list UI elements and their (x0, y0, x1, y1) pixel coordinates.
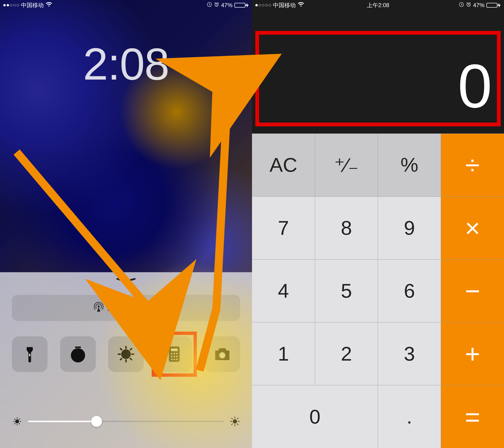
key-6[interactable]: 6 (378, 259, 441, 322)
svg-point-18 (219, 352, 226, 359)
brightness-slider-row (12, 416, 240, 427)
battery-pct-label: 47% (221, 2, 233, 9)
key-2[interactable]: 2 (315, 322, 378, 385)
wifi-icon (298, 2, 304, 9)
airdrop-button[interactable]: AirDrop 共享 (12, 295, 240, 321)
signal-dots (255, 4, 271, 6)
svg-point-3 (98, 306, 99, 307)
key-subtract[interactable]: − (441, 259, 504, 322)
key-equals[interactable]: = (441, 385, 504, 448)
alarm-icon (466, 2, 471, 9)
wifi-icon (46, 2, 52, 9)
brightness-low-icon (12, 416, 22, 427)
flashlight-button[interactable] (12, 336, 48, 372)
rotation-lock-icon (207, 2, 212, 9)
battery-icon (486, 3, 501, 8)
lockscreen-clock: 2:08 (83, 38, 169, 90)
key-divide[interactable]: ÷ (441, 134, 504, 196)
key-add[interactable]: + (441, 322, 504, 385)
shortcuts-row (12, 336, 240, 372)
key-0[interactable]: 0 (252, 385, 378, 448)
svg-point-19 (16, 420, 19, 423)
alarm-icon (214, 2, 219, 9)
carrier-label: 中国移动 (21, 1, 44, 9)
camera-button[interactable] (204, 336, 240, 372)
svg-point-1 (209, 4, 210, 5)
calc-display-value: 0 (458, 51, 492, 122)
carrier-label: 中国移动 (273, 1, 296, 9)
key-3[interactable]: 3 (378, 322, 441, 385)
battery-icon (234, 3, 249, 8)
brightness-slider[interactable] (28, 421, 224, 422)
calc-keypad: AC ⁺∕₋ % ÷ 7 8 9 × 4 5 6 − 1 2 3 + 0 . = (252, 134, 504, 448)
key-sign[interactable]: ⁺∕₋ (315, 134, 378, 196)
key-9[interactable]: 9 (378, 196, 441, 259)
nightshift-button[interactable] (108, 336, 144, 372)
airdrop-icon (93, 301, 104, 315)
key-7[interactable]: 7 (252, 196, 315, 259)
svg-rect-4 (29, 354, 30, 357)
key-8[interactable]: 8 (315, 196, 378, 259)
control-center-panel: AirDrop 共享 (0, 272, 252, 448)
rotation-lock-icon (459, 2, 464, 9)
calculator-pane: 中国移动 上午2:08 47% (252, 0, 504, 448)
signal-dots (3, 4, 19, 6)
status-bar-right: 中国移动 上午2:08 47% (252, 0, 504, 10)
key-4[interactable]: 4 (252, 259, 315, 322)
key-multiply[interactable]: × (441, 196, 504, 259)
annotation-highlight-calc (152, 332, 197, 377)
key-5[interactable]: 5 (315, 259, 378, 322)
status-bar-left: 中国移动 47% (0, 0, 252, 10)
lockscreen-pane: 中国移动 47% 2:08 (0, 0, 252, 448)
svg-point-22 (461, 4, 462, 5)
airdrop-label: AirDrop 共享 (108, 302, 159, 314)
battery-pct-label: 47% (473, 2, 485, 9)
key-1[interactable]: 1 (252, 322, 315, 385)
key-decimal[interactable]: . (378, 385, 441, 448)
calc-display-area: 0 (252, 0, 504, 134)
brightness-high-icon (230, 416, 240, 427)
grabber-icon[interactable] (115, 277, 137, 283)
key-percent[interactable]: % (378, 134, 441, 196)
statusbar-clock: 上午2:08 (367, 1, 389, 9)
timer-button[interactable] (60, 336, 96, 372)
svg-point-20 (233, 419, 237, 424)
key-ac[interactable]: AC (252, 134, 315, 196)
